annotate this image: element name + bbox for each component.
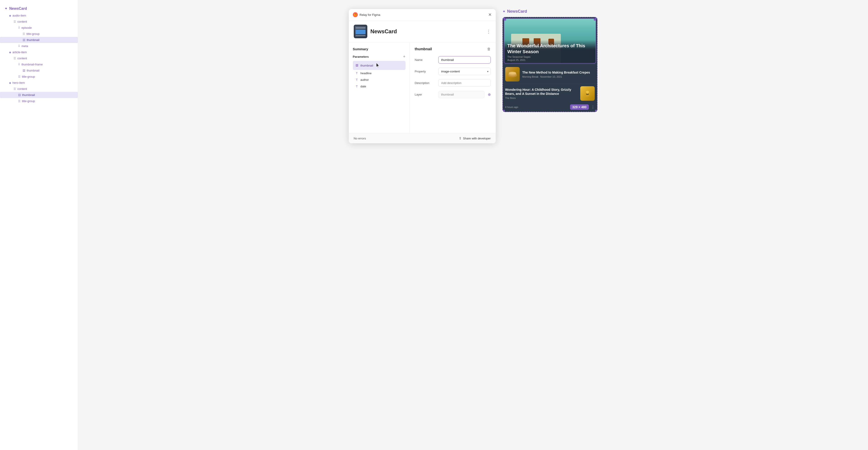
description-row: Description [415,79,491,87]
name-label: Name [415,58,435,62]
hero-date: August 25, 2021 [507,59,592,61]
article-source-1: Morning Break [522,75,539,78]
sidebar-item-thumbnail-frame[interactable]: ⠿ thumbnail-frame [0,61,78,67]
bees-image [580,86,595,101]
relay-dialog: 🍊 Relay for Figma ✕ NewsCard ⋮ [349,9,496,143]
bars-icon: ⠿ [18,26,20,29]
no-errors-label: No errors [354,137,366,140]
param-headline[interactable]: T headline [353,70,405,77]
article-item-2: Wondering Hour: A Childhood Story, Grizz… [503,84,597,103]
svg-point-2 [509,72,516,75]
relay-icon: 🍊 [353,12,358,17]
article-footer: 4 hours ago 329 × 480 ⋮ [503,103,597,112]
footer-controls: 329 × 480 ⋮ [570,104,595,110]
newscard-root-icon: ✦ [4,6,7,11]
hero-overlay: The Wonderful Architectures of This Wint… [504,40,596,63]
menu-icon: ☰ [13,20,16,23]
article-time: 4 hours ago [505,106,518,108]
image-icon-2: 🖼 [23,69,25,72]
component-header-left: NewsCard [354,25,397,38]
more-options-button[interactable]: ⋮ [486,29,491,34]
hero-title: The Wonderful Architectures of This Wint… [507,43,592,55]
parameters-label: Parameters [353,55,369,58]
sidebar-item-meta[interactable]: ⠿ meta [0,43,78,49]
preview-header: ✦ NewsCard [502,9,597,14]
summary-title: Summary [353,47,405,51]
sidebar-item-episode[interactable]: ⠿ episode [0,25,78,31]
detail-title: thumbnail [415,47,432,51]
menu-icon-2: ☰ [23,32,25,35]
corner-handle-tr [595,17,597,19]
image-icon-3: 🖼 [18,93,21,97]
sidebar-item-content-1[interactable]: ☰ content [0,19,78,25]
sidebar-root-label: NewsCard [9,6,27,11]
diamond-icon-3: ◆ [9,81,11,84]
dialog-app-title: Relay for Figma [360,13,380,17]
params-header: Parameters + [353,55,405,59]
crepes-svg [507,68,518,80]
crepes-image [505,67,520,82]
share-icon: ⇪ [459,137,462,140]
name-row: Name [415,56,491,64]
sidebar-item-thumbnail-1[interactable]: 🖼 thumbnail [0,37,78,43]
param-author[interactable]: T author [353,77,405,83]
sidebar: ✦ NewsCard ◆ audio-item ☰ content ⠿ epis… [0,0,78,450]
preview-newscard-icon: ✦ [502,9,505,13]
article-meta-1: Morning Break November 10, 2021 [522,75,595,78]
component-header: NewsCard ⋮ [349,21,496,43]
menu-icon-6: ☰ [18,100,21,103]
component-name: NewsCard [370,28,397,35]
name-input[interactable] [438,56,491,64]
property-select[interactable]: image-content [438,68,491,75]
sidebar-root-item[interactable]: ✦ NewsCard [0,4,78,12]
sidebar-item-audio-item[interactable]: ◆ audio-item [0,12,78,19]
sidebar-item-thumbnail-2[interactable]: 🖼 thumbnail [0,67,78,74]
article-source-2: The Bees [505,97,516,100]
sidebar-item-content-2[interactable]: ☰ content [0,55,78,61]
dialog-titlebar-left: 🍊 Relay for Figma [353,12,380,17]
sidebar-item-hero-item[interactable]: ◆ hero-item [0,80,78,86]
target-layer-button[interactable]: ⊕ [488,92,491,97]
dialog-body: Summary Parameters + 🖼 thumbnail T [349,43,496,133]
article-title-2: Wondering Hour: A Childhood Story, Grizz… [505,88,578,96]
menu-icon-3: ☰ [13,57,16,60]
article-title-1: The New Method to Making Breakfast Crepe… [522,71,595,75]
delete-button[interactable]: 🗑 [487,47,491,51]
layer-label: Layer [415,93,435,96]
article-info-2: Wondering Hour: A Childhood Story, Grizz… [505,88,580,100]
param-thumbnail[interactable]: 🖼 thumbnail [353,61,405,70]
description-input[interactable] [438,79,491,87]
hero-section: The Wonderful Architectures of This Wint… [504,18,596,64]
hero-source: The Seasonal Sagas [507,55,592,58]
detail-header: thumbnail 🗑 [415,47,491,51]
diamond-icon-2: ◆ [9,51,11,54]
preview-panel: ✦ NewsCard [502,9,597,112]
dialog-footer: No errors ⇪ Share with developer [349,133,496,143]
property-label: Property [415,70,435,73]
sidebar-item-title-group-2[interactable]: ☰ title-group [0,74,78,80]
article-meta-2: The Bees [505,97,578,100]
dialog-titlebar: 🍊 Relay for Figma ✕ [349,9,496,21]
sidebar-item-title-group-1[interactable]: ☰ title-group [0,31,78,37]
add-parameter-button[interactable]: + [403,55,405,59]
corner-handle-br [595,110,597,112]
cursor-icon [375,62,380,68]
sidebar-item-article-item[interactable]: ◆ article-item [0,49,78,55]
article-more-button[interactable]: ⋮ [591,105,595,109]
sidebar-item-content-3[interactable]: ☰ content [0,86,78,92]
property-select-wrapper: image-content ▾ [438,68,491,75]
size-badge: 329 × 480 [570,104,589,110]
preview-title: NewsCard [507,9,527,14]
param-date[interactable]: T date [353,83,405,90]
description-label: Description [415,81,435,85]
close-button[interactable]: ✕ [488,13,492,17]
corner-handle-tl [502,17,505,19]
thumb-stripe-3 [355,35,366,36]
share-button[interactable]: ⇪ Share with developer [459,137,491,140]
sidebar-item-thumbnail-3[interactable]: 🖼 thumbnail [0,92,78,98]
sidebar-item-title-group-3[interactable]: ☰ title-group [0,98,78,104]
param-image-icon: 🖼 [355,64,359,67]
bars-icon-3: ⠿ [18,63,20,66]
menu-icon-4: ☰ [18,75,21,78]
corner-handle-bl [502,110,505,112]
